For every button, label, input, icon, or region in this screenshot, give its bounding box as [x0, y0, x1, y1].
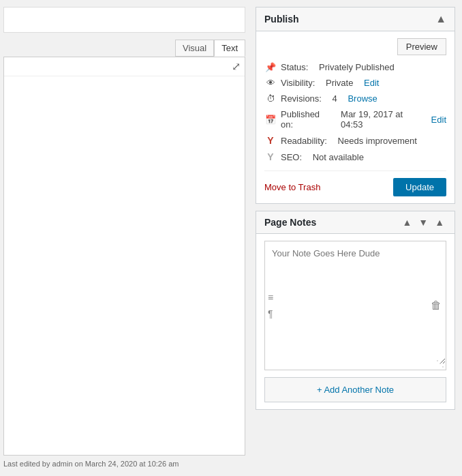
note-textarea-wrapper: ≡ ¶ 🗑 ⋱	[264, 241, 446, 370]
seo-row: Y SEO: Not available	[264, 151, 446, 162]
editor-area: ⤢	[3, 57, 245, 456]
revisions-row: ⏱ Revisions: 4 Browse	[264, 93, 446, 104]
notes-header-controls: ▲ ▼ ▲	[400, 217, 446, 228]
published-date: Mar 19, 2017 at 04:53	[341, 109, 420, 130]
published-edit-link[interactable]: Edit	[431, 115, 446, 125]
right-panel: Publish ▲ Preview 📌 Status: Privately Pu…	[252, 0, 462, 476]
revisions-browse-link[interactable]: Browse	[348, 93, 377, 104]
editor-tabs: Visual Text	[3, 40, 245, 57]
status-row: 📌 Status: Privately Published	[264, 62, 446, 72]
seo-value: Not available	[313, 152, 364, 162]
calendar-icon: 📅	[264, 115, 277, 125]
visibility-label: Visibility:	[281, 78, 315, 88]
note-textarea[interactable]	[265, 241, 446, 364]
note-delete-icon[interactable]: 🗑	[431, 299, 442, 312]
notes-title: Page Notes	[264, 217, 316, 228]
fullscreen-icon[interactable]: ⤢	[232, 60, 241, 73]
revisions-icon: ⏱	[264, 93, 277, 104]
seo-label: SEO:	[281, 152, 302, 162]
status-value: Privately Published	[319, 62, 395, 72]
revisions-label: Revisions:	[281, 93, 322, 104]
preview-button[interactable]: Preview	[397, 38, 446, 55]
note-format-icon[interactable]: ≡	[268, 292, 273, 303]
published-row: 📅 Published on: Mar 19, 2017 at 04:53 Ed…	[264, 109, 446, 130]
visibility-row: 👁 Visibility: Private Edit	[264, 78, 446, 88]
readability-value: Needs improvement	[338, 136, 417, 146]
add-note-button[interactable]: + Add Another Note	[264, 377, 446, 402]
visibility-icon: 👁	[264, 78, 277, 88]
visibility-edit-link[interactable]: Edit	[364, 78, 379, 88]
tab-visual[interactable]: Visual	[175, 40, 214, 57]
status-icon: 📌	[264, 62, 277, 72]
publish-body: Preview 📌 Status: Privately Published 👁 …	[256, 31, 455, 203]
last-edited-text: Last edited by admin on March 24, 2020 a…	[3, 456, 245, 469]
readability-icon: Y	[264, 135, 277, 146]
revisions-count: 4	[333, 93, 337, 104]
notes-collapse-button[interactable]: ▲	[433, 217, 446, 228]
post-title-input[interactable]	[3, 7, 245, 33]
readability-row: Y Readability: Needs improvement	[264, 135, 446, 146]
publish-actions: Move to Trash Update	[264, 170, 446, 196]
notes-body: ≡ ¶ 🗑 ⋱ + Add Another Note	[256, 234, 455, 409]
move-to-trash-link[interactable]: Move to Trash	[264, 182, 320, 192]
tab-text[interactable]: Text	[214, 40, 245, 57]
published-label: Published on:	[281, 109, 330, 130]
publish-meta: 📌 Status: Privately Published 👁 Visibili…	[264, 62, 446, 162]
editor-content[interactable]	[4, 76, 245, 315]
publish-collapse-icon[interactable]: ▲	[435, 13, 446, 25]
editor-panel: Visual Text ⤢ Last edited by admin on Ma…	[0, 0, 252, 476]
editor-toolbar: ⤢	[4, 57, 245, 76]
note-sidebar-icons: ≡ ¶	[265, 289, 276, 322]
readability-label: Readability:	[281, 136, 327, 146]
resize-handle[interactable]: ⋱	[436, 359, 444, 368]
page-notes-box: Page Notes ▲ ▼ ▲ ≡ ¶ 🗑 ⋱ + Add Another N…	[256, 211, 455, 410]
seo-icon: Y	[264, 151, 277, 162]
update-button[interactable]: Update	[393, 178, 446, 196]
notes-header: Page Notes ▲ ▼ ▲	[256, 211, 455, 234]
publish-box: Publish ▲ Preview 📌 Status: Privately Pu…	[256, 7, 455, 204]
note-pilcrow-icon[interactable]: ¶	[268, 308, 273, 319]
notes-up-button[interactable]: ▲	[400, 217, 414, 228]
notes-down-button[interactable]: ▼	[416, 217, 430, 228]
publish-header: Publish ▲	[256, 8, 455, 31]
status-label: Status:	[281, 62, 308, 72]
visibility-value: Private	[326, 78, 353, 88]
publish-title: Publish	[264, 14, 299, 25]
